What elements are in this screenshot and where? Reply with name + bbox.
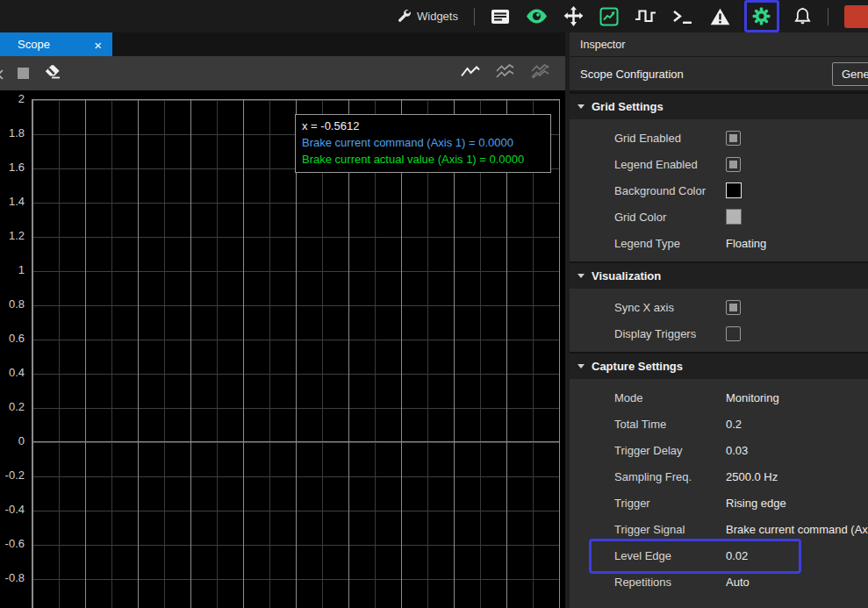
chevron-left-icon[interactable] <box>0 68 4 83</box>
y-tick: -0.2 <box>0 468 25 483</box>
y-tick: 1 <box>0 262 25 278</box>
property-label: Display Triggers <box>614 327 696 340</box>
terminal-icon[interactable] <box>672 9 694 25</box>
section-title: Capture Settings <box>592 360 683 373</box>
y-tick: -0.8 <box>0 570 25 586</box>
inspector-panel: Inspector Scope Configuration Gene Grid … <box>565 32 868 608</box>
stop-button[interactable]: S <box>844 5 868 28</box>
single-trace-icon[interactable] <box>460 65 481 82</box>
repetitions-value[interactable]: Auto <box>726 576 750 589</box>
background-color-swatch[interactable] <box>726 182 742 198</box>
property-row-repetitions: Repetitions Auto <box>570 569 868 595</box>
warning-icon[interactable] <box>710 8 730 25</box>
legend-enabled-checkbox[interactable] <box>726 157 741 172</box>
grid-color-swatch[interactable] <box>726 209 742 225</box>
sync-x-checkbox[interactable] <box>726 300 741 315</box>
cursor-tooltip: x = -0.5612 Brake current command (Axis … <box>295 114 551 173</box>
list-icon[interactable] <box>491 9 510 25</box>
property-row-trigger-signal: Trigger Signal Brake current command (Ax <box>570 516 868 542</box>
top-toolbar: Widgets <box>0 0 868 32</box>
eraser-icon[interactable] <box>44 64 61 82</box>
general-button[interactable]: Gene <box>832 62 868 86</box>
property-row-level-edge: Level Edge 0.02 <box>570 542 868 569</box>
total-time-value[interactable]: 0.2 <box>726 418 742 431</box>
section-title: Visualization <box>592 269 661 283</box>
sampling-freq-value[interactable]: 2500.0 Hz <box>726 470 778 483</box>
collapse-triangle-icon <box>577 274 585 278</box>
widgets-button[interactable]: Widgets <box>397 8 458 25</box>
scope-pane: Scope × <box>0 32 565 608</box>
split-trace-icon[interactable] <box>530 64 551 83</box>
chart-icon[interactable] <box>599 7 619 26</box>
property-label: Sync X axis <box>614 301 674 314</box>
scope-configuration-row: Scope Configuration Gene <box>570 57 868 92</box>
trace-display-buttons <box>460 64 565 83</box>
pulse-icon[interactable] <box>635 8 656 25</box>
property-row-grid-enabled: Grid Enabled <box>570 125 868 151</box>
property-label: Total Time <box>614 418 666 431</box>
tab-scope[interactable]: Scope × <box>0 32 112 56</box>
property-label: Trigger <box>614 497 650 510</box>
property-label: Trigger Signal <box>614 523 685 536</box>
property-row-legend-type: Legend Type Floating <box>570 230 868 256</box>
tooltip-x-value: x = -0.5612 <box>302 118 544 134</box>
gear-highlight-box <box>744 0 779 32</box>
wrench-icon <box>397 8 411 25</box>
tooltip-series1-value: Brake current command (Axis 1) = 0.0000 <box>302 134 544 151</box>
y-tick: 1.2 <box>0 228 25 244</box>
collapse-triangle-icon <box>577 364 585 368</box>
app-window: Widgets <box>0 0 868 608</box>
scope-toolbar <box>0 56 565 90</box>
y-tick: 1.8 <box>0 125 25 141</box>
property-row-sampling-freq: Sampling Freq. 2500.0 Hz <box>570 463 868 490</box>
property-label: Grid Color <box>614 211 666 224</box>
y-tick: 0 <box>0 433 25 449</box>
property-row-trigger-delay: Trigger Delay 0.03 <box>570 437 868 463</box>
tab-scope-label: Scope <box>18 38 50 51</box>
toolbar-separator <box>474 8 475 25</box>
inspector-title: Inspector <box>570 32 868 57</box>
level-edge-value[interactable]: 0.02 <box>726 549 748 562</box>
trigger-delay-value[interactable]: 0.03 <box>726 444 748 457</box>
mode-value[interactable]: Monitoring <box>726 391 779 404</box>
property-label: Legend Type <box>614 237 680 250</box>
trigger-value[interactable]: Rising edge <box>726 497 786 510</box>
zero-gridline <box>32 441 559 442</box>
property-label: Trigger Delay <box>614 444 683 457</box>
multi-trace-icon[interactable] <box>495 64 516 83</box>
property-row-sync-x: Sync X axis <box>570 294 868 320</box>
gear-icon[interactable] <box>752 7 771 25</box>
collapse-triangle-icon <box>577 104 585 109</box>
property-row-background-color: Background Color <box>570 177 868 204</box>
section-title: Grid Settings <box>592 100 664 113</box>
y-tick: 0.6 <box>0 331 25 347</box>
section-body-visualization: Sync X axis Display Triggers <box>570 289 868 352</box>
y-tick: 0.4 <box>0 365 25 381</box>
move-icon[interactable] <box>563 6 584 26</box>
trigger-signal-value[interactable]: Brake current command (Ax <box>726 523 868 536</box>
widgets-label: Widgets <box>417 10 458 23</box>
scope-configuration-label: Scope Configuration <box>580 68 684 81</box>
y-tick: 2 <box>0 91 25 107</box>
toolbar-separator <box>828 8 829 25</box>
property-row-display-triggers: Display Triggers <box>570 320 868 347</box>
tab-bar: Scope × <box>0 32 565 56</box>
top-toolbar-cluster: Widgets <box>397 0 868 32</box>
y-tick: 0.8 <box>0 297 25 312</box>
property-label: Mode <box>614 391 643 404</box>
property-row-mode: Mode Monitoring <box>570 384 868 411</box>
section-header-visualization[interactable]: Visualization <box>570 261 868 289</box>
bell-icon[interactable] <box>793 7 812 25</box>
y-tick: -0.6 <box>0 536 25 552</box>
eye-icon[interactable] <box>526 9 548 24</box>
property-label: Legend Enabled <box>614 158 698 171</box>
y-axis-labels: 2 1.8 1.6 1.4 1.2 1 0.8 0.6 0.4 0.2 0 -0… <box>0 99 27 608</box>
display-triggers-checkbox[interactable] <box>726 326 741 341</box>
stop-capture-icon[interactable] <box>18 68 29 79</box>
scope-plot-area[interactable]: x = -0.5612 Brake current command (Axis … <box>32 99 560 608</box>
section-header-capture-settings[interactable]: Capture Settings <box>570 352 868 379</box>
tab-close-icon[interactable]: × <box>94 38 102 51</box>
legend-type-value[interactable]: Floating <box>726 237 766 250</box>
section-header-grid-settings[interactable]: Grid Settings <box>570 92 868 119</box>
grid-enabled-checkbox[interactable] <box>726 131 741 146</box>
